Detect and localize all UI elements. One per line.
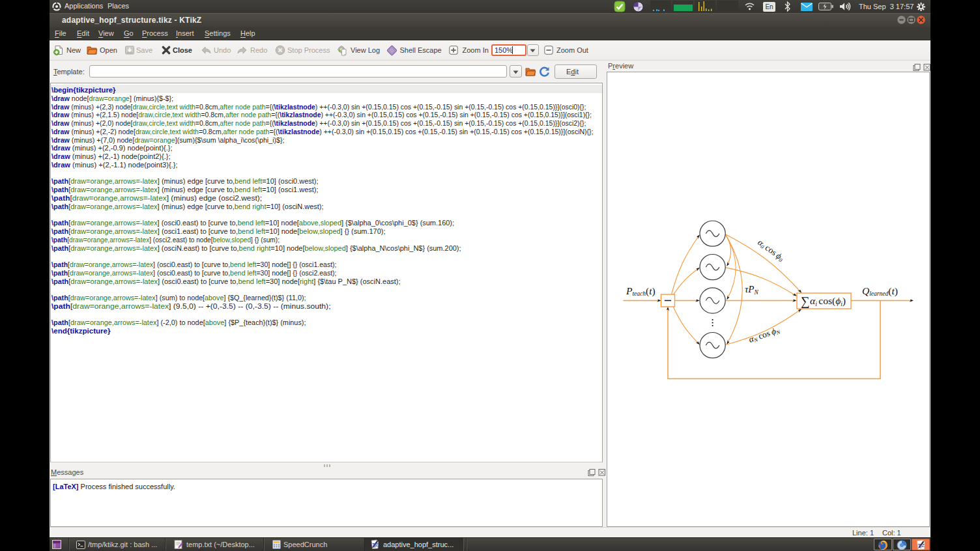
svg-text:Qlearned(t): Qlearned(t) bbox=[862, 285, 898, 298]
svg-text:Pteach(t): Pteach(t) bbox=[626, 285, 656, 298]
svg-text:α0 cos ϕ0: α0 cos ϕ0 bbox=[756, 237, 786, 263]
svg-text:αN cos ϕN: αN cos ϕN bbox=[747, 324, 782, 345]
svg-text:∑: ∑ bbox=[801, 294, 810, 309]
svg-text:TiZ: TiZ bbox=[917, 543, 925, 550]
svg-text:τPN: τPN bbox=[745, 284, 759, 296]
